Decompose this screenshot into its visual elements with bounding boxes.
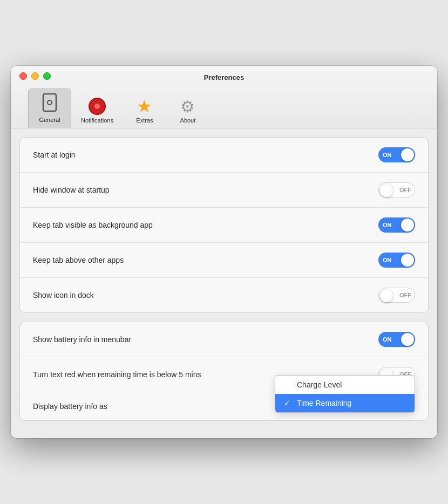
toggle-show-icon-in-dock-label: OFF bbox=[399, 292, 411, 298]
svg-point-1 bbox=[47, 100, 52, 105]
tab-extras[interactable]: ★ Extras bbox=[123, 93, 166, 128]
toggle-show-battery-info-thumb bbox=[401, 333, 414, 346]
settings-section-1: Start at login ON Hide window at startup bbox=[19, 137, 429, 313]
toggle-hide-window-control[interactable]: OFF bbox=[378, 182, 415, 197]
setting-row-start-at-login: Start at login ON bbox=[20, 138, 428, 173]
setting-label-keep-tab-visible: Keep tab visible as background app bbox=[33, 221, 153, 229]
settings-section-2: Show battery info in menubar ON Turn tex… bbox=[19, 322, 429, 421]
setting-row-keep-tab-visible: Keep tab visible as background app ON bbox=[20, 208, 428, 243]
toggle-keep-tab-above-thumb bbox=[401, 254, 414, 267]
toggle-hide-window-label: OFF bbox=[399, 187, 411, 193]
toggle-show-battery-info-label: ON bbox=[383, 336, 392, 343]
notifications-tab-icon bbox=[89, 98, 106, 115]
toggle-show-battery-info-control[interactable]: ON bbox=[378, 332, 415, 347]
setting-label-keep-tab-above: Keep tab above other apps bbox=[33, 256, 124, 264]
toggle-keep-tab-visible-label: ON bbox=[383, 222, 392, 228]
tab-about[interactable]: ⚙ About bbox=[166, 94, 209, 128]
toggle-keep-tab-above-control[interactable]: ON bbox=[378, 253, 415, 268]
setting-row-display-battery-info-as: Display battery info as Charge Level ✓ T… bbox=[20, 392, 428, 420]
toggle-keep-tab-above-label: ON bbox=[383, 257, 392, 263]
tab-extras-label: Extras bbox=[136, 117, 153, 124]
toggle-show-icon-in-dock-control[interactable]: OFF bbox=[378, 288, 415, 303]
tab-notifications[interactable]: Notifications bbox=[71, 93, 123, 128]
general-tab-icon bbox=[42, 93, 57, 114]
setting-row-hide-window: Hide window at startup OFF bbox=[20, 173, 428, 208]
setting-label-turn-text-red: Turn text red when remaining time is bel… bbox=[33, 370, 201, 379]
dropdown-menu: Charge Level ✓ Time Remaining bbox=[275, 375, 415, 413]
toggle-show-icon-in-dock-thumb bbox=[380, 289, 393, 302]
tabs-bar: General Notifications ★ Extras bbox=[19, 84, 429, 128]
about-tab-icon: ⚙ bbox=[180, 99, 195, 115]
checkmark-time-remaining: ✓ bbox=[284, 399, 293, 407]
toggle-show-battery-info[interactable]: ON bbox=[378, 332, 415, 347]
title-bar: Preferences General Not bbox=[11, 66, 437, 128]
tab-notifications-label: Notifications bbox=[81, 117, 113, 124]
setting-label-start-at-login: Start at login bbox=[33, 151, 76, 159]
setting-label-display-battery-info-as: Display battery info as bbox=[33, 402, 107, 411]
dropdown-item-time-remaining[interactable]: ✓ Time Remaining bbox=[275, 394, 415, 412]
preferences-window: Preferences General Not bbox=[11, 66, 437, 438]
tab-general[interactable]: General bbox=[28, 88, 71, 128]
setting-label-hide-window: Hide window at startup bbox=[33, 186, 110, 194]
toggle-show-icon-in-dock-track: OFF bbox=[378, 288, 415, 303]
toggle-show-icon-in-dock[interactable]: OFF bbox=[378, 288, 415, 303]
content-area: Start at login ON Hide window at startup bbox=[11, 128, 437, 438]
toggle-start-at-login-label: ON bbox=[383, 152, 392, 158]
toggle-hide-window-thumb bbox=[380, 184, 393, 197]
dropdown-item-charge-level[interactable]: Charge Level bbox=[275, 376, 415, 394]
dropdown-item-time-remaining-label: Time Remaining bbox=[297, 399, 351, 407]
toggle-show-battery-info-track: ON bbox=[378, 332, 415, 347]
setting-row-show-battery-info: Show battery info in menubar ON bbox=[20, 322, 428, 357]
toggle-keep-tab-visible-control[interactable]: ON bbox=[378, 217, 415, 233]
toggle-hide-window[interactable]: OFF bbox=[378, 182, 415, 197]
tab-general-label: General bbox=[39, 117, 60, 123]
toggle-start-at-login-thumb bbox=[401, 148, 414, 161]
toggle-keep-tab-visible[interactable]: ON bbox=[378, 217, 415, 233]
setting-label-show-battery-info: Show battery info in menubar bbox=[33, 335, 131, 344]
toggle-keep-tab-above[interactable]: ON bbox=[378, 253, 415, 268]
tab-about-label: About bbox=[180, 117, 196, 124]
toggle-keep-tab-visible-track: ON bbox=[378, 217, 415, 233]
toggle-keep-tab-visible-thumb bbox=[401, 219, 414, 231]
toggle-keep-tab-above-track: ON bbox=[378, 253, 415, 268]
svg-rect-0 bbox=[43, 94, 56, 111]
toggle-hide-window-track: OFF bbox=[378, 182, 415, 197]
setting-label-show-icon-in-dock: Show icon in dock bbox=[33, 291, 94, 299]
window-title: Preferences bbox=[11, 73, 437, 81]
setting-row-keep-tab-above: Keep tab above other apps ON bbox=[20, 243, 428, 278]
dropdown-item-charge-level-label: Charge Level bbox=[297, 380, 342, 389]
toggle-start-at-login-track: ON bbox=[378, 147, 415, 162]
extras-tab-icon: ★ bbox=[137, 98, 152, 115]
setting-row-show-icon-in-dock: Show icon in dock OFF bbox=[20, 278, 428, 312]
checkmark-charge-level bbox=[284, 380, 293, 389]
toggle-start-at-login[interactable]: ON bbox=[378, 147, 415, 162]
toggle-start-at-login-control[interactable]: ON bbox=[378, 147, 415, 162]
